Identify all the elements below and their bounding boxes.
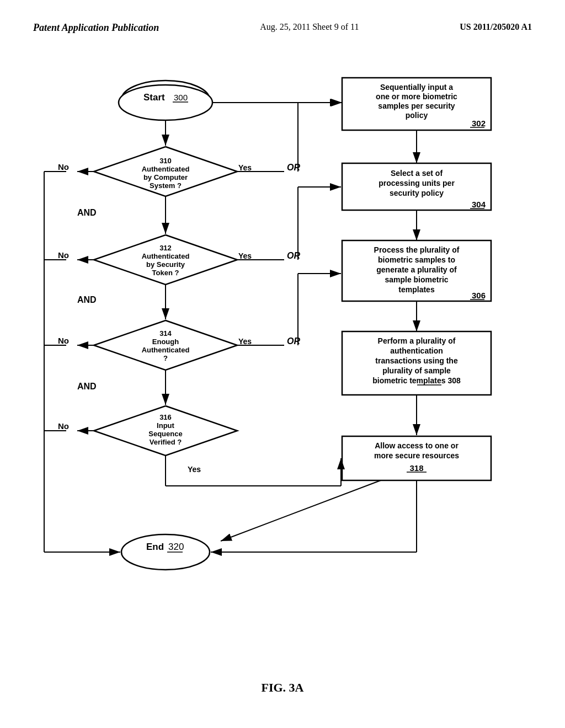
svg-text:Authenticated: Authenticated bbox=[142, 165, 190, 173]
header-right-label: US 2011/205020 A1 bbox=[460, 22, 532, 32]
svg-text:Yes: Yes bbox=[238, 337, 252, 346]
svg-text:310: 310 bbox=[159, 157, 172, 165]
svg-text:Authenticated: Authenticated bbox=[142, 346, 190, 354]
diagram-area: Start Start Start 300 Sequentially input… bbox=[0, 45, 565, 679]
svg-text:by Computer: by Computer bbox=[143, 173, 188, 181]
svg-text:320: 320 bbox=[168, 542, 184, 552]
svg-text:Perform a plurality of: Perform a plurality of bbox=[378, 336, 456, 345]
svg-text:?: ? bbox=[163, 354, 168, 362]
svg-text:Start: Start bbox=[143, 92, 165, 103]
svg-text:End: End bbox=[146, 542, 164, 552]
svg-text:transactions using the: transactions using the bbox=[375, 356, 458, 365]
svg-text:sample biometric: sample biometric bbox=[385, 275, 448, 284]
svg-text:Allow access to one or: Allow access to one or bbox=[375, 441, 459, 450]
svg-text:304: 304 bbox=[472, 200, 486, 209]
svg-text:authentication: authentication bbox=[390, 346, 443, 355]
svg-text:Yes: Yes bbox=[188, 465, 201, 474]
svg-text:templates: templates bbox=[398, 285, 435, 294]
svg-text:plurality of sample: plurality of sample bbox=[382, 366, 451, 375]
svg-text:316: 316 bbox=[159, 413, 172, 421]
svg-text:samples per security: samples per security bbox=[378, 101, 455, 110]
svg-text:Input: Input bbox=[157, 421, 174, 430]
svg-text:Sequence: Sequence bbox=[148, 430, 182, 438]
svg-text:No: No bbox=[58, 162, 69, 172]
svg-text:312: 312 bbox=[159, 244, 172, 252]
svg-text:Enough: Enough bbox=[152, 338, 179, 346]
svg-text:Sequentially input a: Sequentially input a bbox=[380, 83, 453, 92]
svg-text:No: No bbox=[58, 421, 69, 431]
header-center-label: Aug. 25, 2011 Sheet 9 of 11 bbox=[260, 22, 359, 32]
svg-text:processing units per: processing units per bbox=[379, 179, 455, 188]
svg-text:AND: AND bbox=[77, 208, 97, 217]
svg-text:Verified ?: Verified ? bbox=[150, 438, 182, 446]
svg-text:AND: AND bbox=[77, 295, 97, 304]
fig-caption: FIG. 3A bbox=[262, 681, 304, 695]
svg-text:generate a plurality of: generate a plurality of bbox=[376, 265, 457, 274]
svg-text:one or more biometric: one or more biometric bbox=[376, 92, 457, 101]
svg-text:Token ?: Token ? bbox=[152, 269, 179, 277]
svg-text:biometric samples to: biometric samples to bbox=[378, 255, 455, 264]
svg-text:Select a set of: Select a set of bbox=[391, 169, 443, 178]
header-left-label: Patent Application Publication bbox=[33, 22, 159, 34]
svg-text:Process the plurality of: Process the plurality of bbox=[374, 245, 460, 254]
svg-text:Yes: Yes bbox=[238, 163, 252, 172]
svg-text:314: 314 bbox=[159, 329, 172, 338]
svg-text:policy: policy bbox=[406, 111, 428, 120]
svg-text:No: No bbox=[58, 250, 69, 260]
svg-text:Authenticated: Authenticated bbox=[142, 252, 190, 260]
svg-text:more secure resources: more secure resources bbox=[374, 451, 459, 460]
svg-text:by Security: by Security bbox=[146, 260, 185, 269]
svg-text:306: 306 bbox=[472, 291, 486, 300]
page-header: Patent Application Publication Aug. 25, … bbox=[0, 0, 565, 34]
svg-point-4 bbox=[119, 85, 212, 120]
svg-text:300: 300 bbox=[174, 93, 188, 102]
svg-text:Yes: Yes bbox=[238, 251, 252, 260]
svg-text:biometric templates 308: biometric templates 308 bbox=[372, 376, 461, 385]
svg-text:No: No bbox=[58, 336, 69, 345]
svg-text:318: 318 bbox=[409, 463, 423, 473]
svg-text:AND: AND bbox=[77, 382, 97, 391]
svg-text:302: 302 bbox=[472, 119, 486, 128]
svg-text:security policy: security policy bbox=[390, 189, 444, 197]
svg-point-93 bbox=[121, 534, 210, 570]
flowchart-svg: Start Start Start 300 Sequentially input… bbox=[0, 45, 565, 679]
svg-text:System ?: System ? bbox=[150, 181, 182, 190]
svg-line-46 bbox=[221, 480, 381, 541]
